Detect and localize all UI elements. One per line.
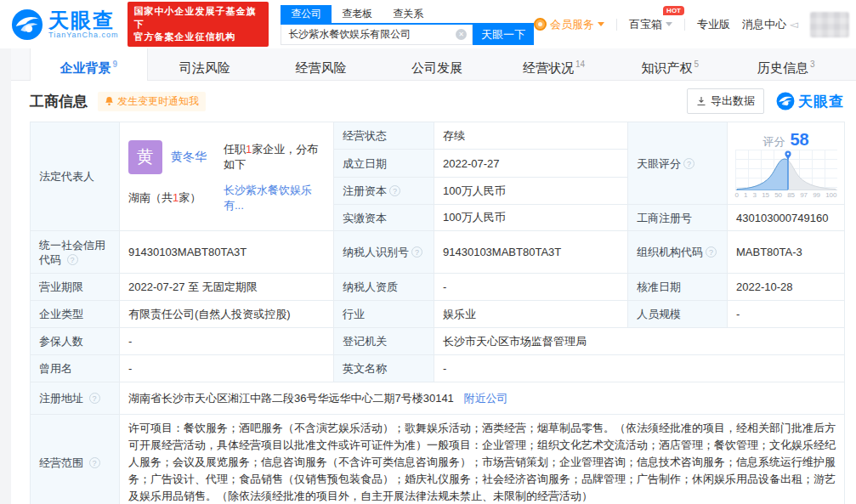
site-logo[interactable]: 天眼查 TianYanCha.com <box>11 8 119 41</box>
value-business-status: 存续 <box>434 122 628 150</box>
tab-operation-risk[interactable]: 经营风险 <box>264 48 380 80</box>
org-code-label: 组织机构代码 <box>637 246 703 258</box>
tab-label: 经营风险 <box>295 60 346 75</box>
tab-intellectual-property[interactable]: 知识产权5 <box>612 48 728 80</box>
menu-toolbox[interactable]: HOT 百宝箱 <box>629 17 672 32</box>
label-business-scope: 经营范围 ? <box>31 415 120 504</box>
search-input[interactable] <box>281 25 472 44</box>
nearby-companies-link[interactable]: 附近公司 <box>463 392 507 405</box>
bell-icon <box>105 96 114 106</box>
company-section-tabs: 企业背景9 司法风险 经营风险 公司发展 经营状况14 知识产权5 历史信息3 <box>11 48 856 81</box>
business-scope-label: 经营范围 <box>39 456 83 469</box>
help-icon[interactable]: ? <box>411 246 422 258</box>
watermark-brand-label: 天眼查 <box>798 92 844 111</box>
score-pin-icon <box>785 150 791 160</box>
chevron-down-icon <box>598 22 604 26</box>
tick: 50 <box>774 191 782 199</box>
label-org-code: 组织机构代码? <box>628 231 728 274</box>
export-data-button[interactable]: 导出数据 <box>687 88 764 114</box>
business-info-table: 法定代表人 黄 黄冬华 任职1家企业，分布如下 湖南（共1家） 长沙紫水餐饮娱乐… <box>30 122 845 504</box>
value-company-type: 有限责任公司(自然人投资或控股) <box>120 301 334 328</box>
section-head: 工商信息 发生变更时通知我 导出数据 <box>30 82 844 120</box>
tab-company-background[interactable]: 企业背景9 <box>30 48 148 81</box>
score-caption: 评分58 <box>734 130 837 150</box>
label-taxpayer-id: 纳税人识别号? <box>334 231 434 274</box>
main-content: 工商信息 发生变更时通知我 导出数据 <box>11 82 856 504</box>
search-tab-boss[interactable]: 查老板 <box>332 5 383 23</box>
clear-search-icon[interactable]: ✕ <box>456 29 467 40</box>
tick: 97 <box>800 191 808 199</box>
taxpayer-id-label: 纳税人识别号 <box>343 246 409 258</box>
value-paidin-capital: 100万人民币 <box>434 205 628 231</box>
value-approval-date: 2022-10-28 <box>728 274 845 301</box>
legal-rep-company-link[interactable]: 长沙紫水餐饮娱乐有... <box>224 184 312 212</box>
tab-history-info[interactable]: 历史信息3 <box>728 48 844 80</box>
tick: 15 <box>762 191 769 199</box>
user-avatar[interactable] <box>810 12 849 37</box>
tab-label: 公司发展 <box>411 60 462 75</box>
label-industry: 行业 <box>334 301 434 328</box>
search-tab-relation[interactable]: 查关系 <box>383 5 434 23</box>
tianyancha-logo-icon <box>776 92 795 110</box>
help-icon[interactable]: ? <box>67 254 78 265</box>
search-button[interactable]: 天眼一下 <box>473 25 534 45</box>
value-registered-capital: 100万人民币 <box>434 178 628 205</box>
legal-rep-name-link[interactable]: 黄冬华 <box>171 150 207 165</box>
help-icon[interactable]: ? <box>389 185 400 196</box>
help-icon[interactable]: ? <box>89 393 100 404</box>
help-icon[interactable]: ? <box>706 246 717 258</box>
top-bar: 天眼查 TianYanCha.com 国家中小企业发展子基金旗下 官方备案企业征… <box>0 0 856 48</box>
label-registration-authority: 登记机关 <box>334 328 434 355</box>
help-icon[interactable]: ? <box>89 457 100 468</box>
label-paidin-capital: 实缴资本 <box>334 205 434 231</box>
value-business-scope: 许可项目：餐饮服务；酒吧服务（不含演艺娱乐活动）；歌舞娱乐活动；酒类经营；烟草制… <box>120 415 845 504</box>
legal-representative-cell: 黄 黄冬华 任职1家企业，分布如下 湖南（共1家） 长沙紫水餐饮娱乐有... <box>120 122 334 231</box>
search-tab-company[interactable]: 查公司 <box>281 5 332 23</box>
label-established-date: 成立日期 <box>334 150 434 178</box>
registered-address-text: 湖南省长沙市天心区湘江中路二段36号华远华中心二期7号楼30141 <box>128 392 454 405</box>
label-former-name: 曾用名 <box>31 355 120 382</box>
value-credit-code: 91430103MABT80TA3T <box>120 231 334 274</box>
certification-line1: 国家中小企业发展子基金旗下 <box>134 5 263 31</box>
score-axis-ticks: 0131550859799100 <box>735 191 837 199</box>
label-legal-representative: 法定代表人 <box>31 122 120 231</box>
tab-label: 知识产权 <box>641 60 692 75</box>
search-module: 查公司 查老板 查关系 ✕ 天眼一下 <box>281 5 534 45</box>
help-icon[interactable]: ? <box>683 158 694 169</box>
score-caption-label: 评分 <box>762 135 785 148</box>
tab-judicial-risk[interactable]: 司法风险 <box>148 48 264 80</box>
label-approval-date: 核准日期 <box>628 274 728 301</box>
bell-curve-blue <box>737 159 836 190</box>
hot-badge: HOT <box>663 6 684 15</box>
menu-toolbox-label: 百宝箱 <box>629 17 662 32</box>
value-registration-number: 430103000749160 <box>728 205 845 231</box>
label-registration-number: 工商注册号 <box>628 205 728 231</box>
tab-label: 历史信息 <box>757 60 808 75</box>
value-business-term: 2022-07-27 至 无固定期限 <box>120 274 334 301</box>
label-insured-count: 参保人数 <box>31 328 120 355</box>
vip-medal-icon <box>534 18 547 31</box>
menu-vip-services[interactable]: 会员服务 <box>534 17 604 32</box>
notify-change-button[interactable]: 发生变更时通知我 <box>98 92 206 111</box>
menu-pro-version[interactable]: 专业版 <box>697 17 730 32</box>
tick: 99 <box>813 191 820 199</box>
watermark-brand: 天眼查 <box>776 92 844 111</box>
tianyancha-logo-icon <box>11 8 43 41</box>
menu-message-center[interactable]: 消息中心 ◅ <box>742 17 798 32</box>
value-taxpayer-id: 91430103MABT80TA3T <box>434 231 628 274</box>
value-english-name: - <box>434 355 845 382</box>
legal-rep-avatar[interactable]: 黄 <box>128 140 162 174</box>
notify-change-label: 发生变更时通知我 <box>117 94 199 109</box>
tab-count: 3 <box>810 59 815 69</box>
tab-label: 经营状况 <box>523 60 574 75</box>
score-value: 58 <box>790 130 808 149</box>
legal-rep-region: 湖南（共1家） <box>128 190 224 206</box>
value-established-date: 2022-07-27 <box>434 150 628 178</box>
tab-operating-status[interactable]: 经营状况14 <box>496 48 612 80</box>
label-taxpayer-quality: 纳税人资质 <box>334 274 434 301</box>
label-english-name: 英文名称 <box>334 355 434 382</box>
value-insured-count: - <box>120 328 334 355</box>
tab-company-development[interactable]: 公司发展 <box>380 48 496 80</box>
label-staff-size: 人员规模 <box>628 301 728 328</box>
tianyan-score-cell[interactable]: 评分58 <box>728 122 845 205</box>
